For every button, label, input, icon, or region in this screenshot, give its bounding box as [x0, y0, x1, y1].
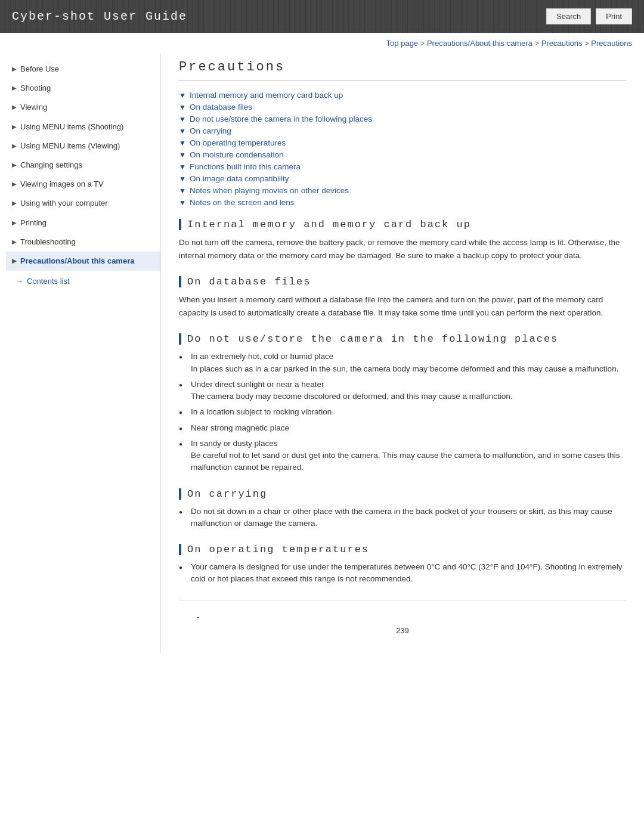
toc-item: ▼ On database files: [179, 103, 626, 112]
bullet-main-text: In a location subject to rocking vibrati…: [191, 407, 332, 416]
toc-arrow-icon: ▼: [179, 151, 186, 159]
sidebar-item-viewing-tv[interactable]: ▶ Viewing images on a TV: [6, 175, 160, 194]
sidebar-item-label: Viewing: [20, 102, 47, 113]
breadcrumb-sep1: >: [420, 39, 427, 48]
bullet-sub-text: The camera body may become discolored or…: [191, 391, 626, 402]
toc-link-database[interactable]: On database files: [190, 103, 252, 112]
toc-item: ▼ Internal memory and memory card back u…: [179, 91, 626, 100]
sidebar-item-label: Printing: [20, 218, 47, 228]
sidebar: ▶ Before Use ▶ Shooting ▶ Viewing ▶ Usin…: [0, 54, 161, 653]
arrow-icon: ▶: [12, 123, 17, 131]
toc-link-temperatures[interactable]: On operating temperatures: [190, 138, 286, 147]
breadcrumb-sep3: >: [584, 39, 591, 48]
page-number: 239: [396, 626, 409, 635]
section-body-temperatures: Your camera is designed for use under th…: [179, 561, 626, 586]
breadcrumb-precautions-about[interactable]: Precautions/About this camera: [427, 39, 532, 48]
arrow-icon: ▶: [12, 161, 17, 169]
contents-link-label: Contents list: [27, 277, 70, 286]
section-do-not-use: Do not use/store the camera in the follo…: [179, 333, 626, 473]
toc-arrow-icon: ▼: [179, 127, 186, 135]
toc-list: ▼ Internal memory and memory card back u…: [179, 91, 626, 207]
bullet-list: Your camera is designed for use under th…: [179, 561, 626, 586]
sidebar-item-label: Viewing images on a TV: [20, 179, 104, 190]
sidebar-item-label: Using MENU items (Viewing): [20, 141, 120, 151]
section-title-internal-memory: Internal memory and memory card back up: [179, 219, 626, 230]
breadcrumb-precautions1[interactable]: Precautions: [541, 39, 583, 48]
toc-link-screen-lens[interactable]: Notes on the screen and lens: [190, 198, 295, 207]
sidebar-item-label: Using with your computer: [20, 198, 108, 209]
section-body-database: When you insert a memory card without a …: [179, 293, 626, 319]
bullet-list: In an extremely hot, cold or humid place…: [179, 351, 626, 473]
page-footer: - 239: [179, 600, 626, 641]
page-title: Precautions: [179, 60, 626, 81]
list-item: Near strong magnetic place: [179, 422, 626, 434]
section-paragraph: When you insert a memory card without a …: [179, 293, 626, 319]
section-database: On database files When you insert a memo…: [179, 276, 626, 319]
sidebar-item-menu-shooting[interactable]: ▶ Using MENU items (Shooting): [6, 117, 160, 137]
contents-list-link[interactable]: → Contents list: [6, 271, 160, 286]
breadcrumb-sep2: >: [535, 39, 541, 48]
sidebar-item-label: Using MENU items (Shooting): [20, 122, 123, 132]
toc-item: ▼ On carrying: [179, 126, 626, 135]
arrow-icon: ▶: [12, 65, 17, 73]
sidebar-item-computer[interactable]: ▶ Using with your computer: [6, 194, 160, 213]
arrow-icon: ▶: [12, 219, 17, 227]
sidebar-item-changing-settings[interactable]: ▶ Changing settings: [6, 156, 160, 175]
section-internal-memory: Internal memory and memory card back up …: [179, 219, 626, 262]
toc-link-carrying[interactable]: On carrying: [190, 126, 231, 135]
footer-dash: -: [179, 612, 626, 621]
sidebar-item-shooting[interactable]: ▶ Shooting: [6, 79, 160, 98]
bullet-main-text: Your camera is designed for use under th…: [191, 562, 623, 583]
sidebar-item-menu-viewing[interactable]: ▶ Using MENU items (Viewing): [6, 137, 160, 156]
arrow-icon: ▶: [12, 180, 17, 188]
toc-item: ▼ Notes on the screen and lens: [179, 198, 626, 207]
sidebar-item-printing[interactable]: ▶ Printing: [6, 213, 160, 233]
toc-link-internal-memory[interactable]: Internal memory and memory card back up: [190, 91, 343, 100]
sidebar-item-label: Before Use: [20, 64, 59, 75]
sidebar-item-viewing[interactable]: ▶ Viewing: [6, 98, 160, 117]
list-item: Under direct sunlight or near a heater T…: [179, 379, 626, 403]
breadcrumb-precautions2[interactable]: Precautions: [591, 39, 632, 48]
toc-link-image-data[interactable]: On image data compatibility: [190, 174, 289, 183]
section-title-carrying: On carrying: [179, 488, 626, 500]
breadcrumb-top[interactable]: Top page: [386, 39, 419, 48]
section-body-do-not-use: In an extremely hot, cold or humid place…: [179, 351, 626, 473]
bullet-list: Do not sit down in a chair or other plac…: [179, 506, 626, 530]
toc-item: ▼ On moisture condensation: [179, 150, 626, 159]
list-item: In sandy or dusty places Be careful not …: [179, 438, 626, 474]
search-button[interactable]: Search: [546, 8, 591, 24]
toc-arrow-icon: ▼: [179, 175, 186, 183]
toc-arrow-icon: ▼: [179, 139, 186, 147]
toc-item: ▼ Do not use/store the camera in the fol…: [179, 114, 626, 123]
bullet-main-text: Near strong magnetic place: [191, 423, 289, 432]
toc-item: ▼ Notes when playing movies on other dev…: [179, 186, 626, 195]
toc-item: ▼ On image data compatibility: [179, 174, 626, 183]
bullet-main-text: In sandy or dusty places: [191, 439, 278, 448]
section-temperatures: On operating temperatures Your camera is…: [179, 544, 626, 586]
sidebar-item-troubleshooting[interactable]: ▶ Troubleshooting: [6, 233, 160, 252]
header: Cyber-shot User Guide Search Print: [0, 0, 644, 33]
breadcrumb: Top page > Precautions/About this camera…: [0, 33, 644, 54]
sidebar-item-label: Troubleshooting: [20, 237, 76, 247]
section-paragraph: Do not turn off the camera, remove the b…: [179, 236, 626, 262]
sidebar-item-label: Changing settings: [20, 160, 82, 171]
toc-link-movies[interactable]: Notes when playing movies on other devic…: [190, 186, 349, 195]
section-body-carrying: Do not sit down in a chair or other plac…: [179, 506, 626, 530]
list-item: Your camera is designed for use under th…: [179, 561, 626, 586]
toc-arrow-icon: ▼: [179, 199, 186, 207]
toc-item: ▼ Functions built into this camera: [179, 162, 626, 171]
toc-link-do-not-use[interactable]: Do not use/store the camera in the follo…: [190, 114, 372, 123]
arrow-icon: ▶: [12, 84, 17, 92]
toc-link-functions[interactable]: Functions built into this camera: [190, 162, 301, 171]
section-title-temperatures: On operating temperatures: [179, 544, 626, 555]
list-item: In an extremely hot, cold or humid place…: [179, 351, 626, 375]
print-button[interactable]: Print: [596, 8, 632, 24]
list-item: In a location subject to rocking vibrati…: [179, 406, 626, 418]
layout: ▶ Before Use ▶ Shooting ▶ Viewing ▶ Usin…: [0, 54, 644, 677]
sidebar-item-before-use[interactable]: ▶ Before Use: [6, 60, 160, 79]
toc-link-moisture[interactable]: On moisture condensation: [190, 150, 284, 159]
section-carrying: On carrying Do not sit down in a chair o…: [179, 488, 626, 530]
bullet-main-text: Under direct sunlight or near a heater: [191, 380, 324, 389]
sidebar-item-precautions[interactable]: ▶ Precautions/About this camera: [6, 252, 160, 271]
sidebar-item-label: Precautions/About this camera: [20, 256, 134, 267]
